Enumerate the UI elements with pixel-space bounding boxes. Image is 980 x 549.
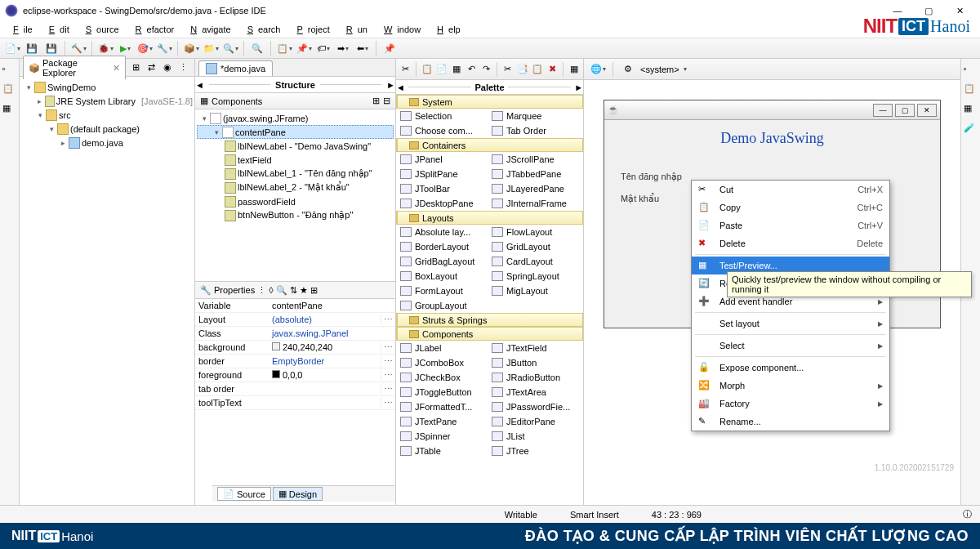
cut2-icon[interactable]: ✂ [501,60,514,78]
property-row[interactable]: background240,240,240⋯ [195,341,395,355]
props-btn[interactable]: ⇅ [290,285,297,296]
new-button[interactable]: 📄▾ [3,39,21,57]
palette-item[interactable]: JFormattedT... [396,399,488,414]
paste-icon[interactable]: 📄 [435,60,448,78]
palette-item[interactable]: JTable [396,444,488,458]
menu-refactor[interactable]: Refactor [126,23,180,36]
package-node[interactable]: (default package) [70,124,140,134]
status-icon[interactable]: ⓘ [963,508,972,520]
props-btn[interactable]: ⋮ [257,285,266,296]
search-button[interactable]: 🔍 [248,39,266,57]
new-class-button[interactable]: 📦▾ [182,39,200,57]
palette-category[interactable]: System [396,95,583,109]
new-pkg-button[interactable]: 📁▾ [202,39,220,57]
tasks-icon[interactable]: 📋 [2,83,17,98]
palette-item[interactable]: GroupLayout [396,298,488,313]
restore-icon[interactable]: ▫ [964,64,978,78]
cut-icon[interactable]: ✂ [399,60,412,78]
structure-item[interactable]: passwordField [197,194,394,208]
src-node[interactable]: src [59,110,71,120]
layout-icon[interactable]: ▦ [568,60,581,78]
beaker-icon[interactable]: 🧪 [964,123,978,137]
palette-item[interactable]: JPasswordFie... [488,399,579,414]
run-button[interactable]: ▶▾ [116,39,134,57]
context-set-layout[interactable]: Set layout▶ [692,315,889,333]
context-copy[interactable]: 📋CopyCtrl+C [692,199,889,216]
delete-icon[interactable]: ✖ [546,60,559,78]
palette-item[interactable]: JTextField [488,341,579,355]
context-morph[interactable]: 🔀Morph▶ [692,377,889,395]
close-tab-icon[interactable]: ✕ [113,63,120,74]
expand-icon[interactable]: ⊞ [372,96,380,106]
focus-icon[interactable]: ◉ [163,62,176,74]
menu-run[interactable]: Run [336,23,372,36]
structure-item[interactable]: lblNewLabel_1 - "Tên đăng nhập" [197,167,394,181]
toggle-breadcrumb-button[interactable]: 📋▾ [275,39,293,57]
palette-item[interactable]: JPanel [396,152,488,167]
restore-icon[interactable]: ▫ [2,64,17,78]
file-node[interactable]: demo.java [82,138,123,148]
preview-maximize[interactable]: ▢ [895,104,915,117]
palette-item[interactable]: JEditorPane [488,414,579,429]
property-row[interactable]: VariablecontentPane [195,299,395,313]
mark-button[interactable]: 🏷▾ [314,39,332,57]
palette-item[interactable]: Absolute lay... [396,225,488,239]
props-btn[interactable]: ⊞ [310,285,318,296]
outline-icon[interactable]: ▦ [2,103,17,118]
palette-item[interactable]: BoxLayout [396,269,488,283]
palette-item[interactable]: FlowLayout [488,225,579,239]
palette-item[interactable]: BorderLayout [396,239,488,254]
collapse-icon[interactable]: ⊟ [383,96,390,106]
palette-category[interactable]: Struts & Springs [396,313,583,327]
palette-item[interactable]: GridLayout [488,239,579,254]
editor-tab-demo[interactable]: *demo.java [198,60,273,76]
property-row[interactable]: Layout(absolute)⋯ [195,313,395,327]
palette-item[interactable]: Selection [396,109,488,123]
system-icon[interactable]: ⚙ [619,60,637,78]
context-expose-component-[interactable]: 🔓Expose component... [692,359,889,377]
debug-button[interactable]: 🐞▾ [96,39,114,57]
palette-item[interactable]: Marquee [488,109,579,123]
context-cut[interactable]: ✂CutCtrl+X [692,181,889,199]
copy2-icon[interactable]: 📑 [516,60,529,78]
palette-body[interactable]: SystemSelectionMarqueeChoose com...Tab O… [396,95,583,521]
paste2-icon[interactable]: 📋 [531,60,544,78]
task-list-icon[interactable]: 📋 [964,83,978,98]
content-pane-node[interactable]: contentPane [235,127,286,137]
menu-file[interactable]: File [3,23,38,36]
context-delete[interactable]: ✖DeleteDelete [692,234,889,252]
props-btn[interactable]: ◊ [269,285,273,295]
palette-item[interactable]: JLabel [396,341,488,355]
palette-item[interactable]: JDesktopPane [396,196,488,211]
view-menu-icon[interactable]: ⋮ [179,62,191,74]
palette-item[interactable]: JTextPane [396,414,488,429]
pin-button[interactable]: 📌 [381,39,399,57]
palette-item[interactable]: JLayeredPane [488,181,579,196]
context-rename-[interactable]: ✎Rename... [692,413,889,431]
back-icon[interactable]: ◄ [195,80,204,90]
ext-tools-button[interactable]: 🔧▾ [155,39,173,57]
outline-icon[interactable]: ▦ [964,103,978,118]
property-row[interactable]: toolTipText⋯ [195,396,395,410]
build-button[interactable]: 🔨▾ [69,39,87,57]
preview-icon[interactable]: ▦ [450,60,463,78]
palette-item[interactable]: MigLayout [488,283,579,298]
palette-item[interactable]: JList [488,429,579,444]
palette-item[interactable]: JRadioButton [488,370,579,385]
undo-icon[interactable]: ↶ [465,60,478,78]
palette-item[interactable]: CardLayout [488,254,579,269]
structure-item[interactable]: lblNewLabel_2 - "Mật khẩu" [197,181,394,194]
palette-item[interactable]: JInternalFrame [488,196,579,211]
menu-source[interactable]: Source [76,23,124,36]
property-row[interactable]: foreground0,0,0⋯ [195,368,395,382]
save-all-button[interactable]: 💾 [42,39,60,57]
palette-item[interactable]: JCheckBox [396,370,488,385]
palette-item[interactable]: SpringLayout [488,269,579,283]
structure-item[interactable]: lblNewLabel - "Demo JavaSwing" [197,139,394,153]
palette-fwd-icon[interactable]: ► [574,83,583,92]
save-button[interactable]: 💾 [23,39,41,57]
project-node[interactable]: SwingDemo [47,83,96,92]
palette-category[interactable]: Layouts [396,211,583,225]
prev-button[interactable]: ⬅▾ [354,39,372,57]
forward-icon[interactable]: ► [386,80,395,90]
